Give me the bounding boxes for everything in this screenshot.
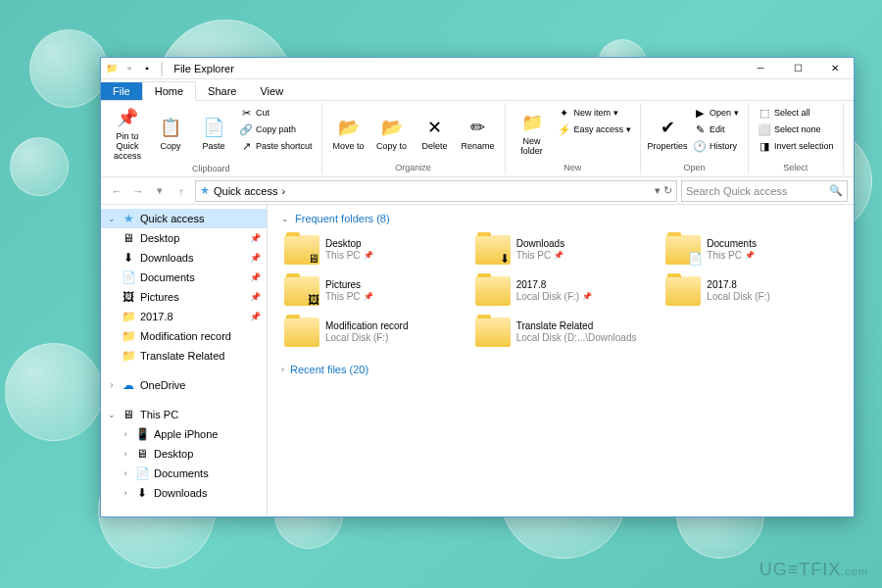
sidebar-item[interactable]: 📁Translate Related bbox=[101, 346, 267, 366]
delete-icon: ✕ bbox=[423, 117, 447, 140]
recent-files-header[interactable]: › Recent files (20) bbox=[281, 364, 840, 375]
watermark: UG≡TFIX.com bbox=[760, 560, 868, 580]
sidebar-item[interactable]: 🖥Desktop📌 bbox=[101, 228, 267, 248]
folder-item[interactable]: ⬇DownloadsThis PC 📌 bbox=[472, 232, 650, 268]
address-input[interactable]: ★ Quick access › ▾ ↻ bbox=[195, 180, 677, 202]
folder-location: Local Disk (F:) 📌 bbox=[516, 291, 592, 303]
pin-icon: 📌 bbox=[116, 107, 139, 130]
history-button[interactable]: 🕐History bbox=[690, 138, 742, 154]
tab-view[interactable]: View bbox=[248, 82, 295, 100]
item-icon: 📁 bbox=[121, 348, 136, 364]
refresh-icon[interactable]: ↻ bbox=[663, 184, 672, 197]
history-icon: 🕐 bbox=[693, 139, 707, 153]
up-button[interactable]: ↑ bbox=[172, 181, 191, 201]
sidebar-item[interactable]: 📁2017.8📌 bbox=[101, 307, 267, 326]
folder-item[interactable]: 📄DocumentsThis PC 📌 bbox=[662, 232, 840, 268]
folder-location: This PC 📌 bbox=[516, 250, 564, 262]
sidebar-item-label: Pictures bbox=[140, 291, 179, 303]
chevron-right-icon: › bbox=[121, 449, 130, 459]
item-icon: 📁 bbox=[121, 309, 136, 324]
select-none-button[interactable]: ⬜Select none bbox=[755, 122, 837, 137]
pin-icon: 📌 bbox=[745, 251, 755, 261]
properties-button[interactable]: ✔Properties bbox=[647, 105, 688, 163]
delete-button[interactable]: ✕Delete bbox=[415, 105, 456, 163]
tab-file[interactable]: File bbox=[101, 82, 142, 100]
sidebar-item-label: Desktop bbox=[140, 232, 179, 244]
sidebar-item[interactable]: ›📄Documents bbox=[101, 464, 267, 483]
cut-button[interactable]: ✂Cut bbox=[236, 105, 316, 121]
search-icon: 🔍 bbox=[829, 184, 843, 197]
folder-name: Desktop bbox=[325, 238, 373, 250]
qat-doc-icon[interactable]: ▫ bbox=[122, 62, 136, 75]
sidebar-quick-access[interactable]: ⌄ ★ Quick access bbox=[101, 209, 267, 228]
folder-item[interactable]: Translate RelatedLocal Disk (D:...\Downl… bbox=[472, 315, 650, 350]
group-label: Organize bbox=[328, 163, 499, 172]
copy-path-button[interactable]: 🔗Copy path bbox=[236, 122, 316, 137]
edit-button[interactable]: ✎Edit bbox=[690, 122, 742, 137]
copy-button[interactable]: 📋Copy bbox=[150, 105, 191, 164]
qat-props-icon[interactable]: ▪ bbox=[140, 62, 154, 75]
sidebar-item[interactable]: 📁Modification record bbox=[101, 326, 267, 346]
easy-access-button[interactable]: ⚡Easy access ▾ bbox=[555, 122, 635, 137]
chevron-right-icon: › bbox=[121, 468, 130, 478]
sidebar-item[interactable]: 📄Documents📌 bbox=[101, 268, 267, 287]
sidebar-item[interactable]: 🖼Pictures📌 bbox=[101, 287, 267, 307]
sidebar-item-label: 2017.8 bbox=[140, 311, 173, 322]
minimize-button[interactable]: ─ bbox=[742, 58, 779, 79]
address-bar: ← → ▾ ↑ ★ Quick access › ▾ ↻ Search Quic… bbox=[101, 177, 854, 205]
cut-icon: ✂ bbox=[239, 106, 253, 120]
folder-name: 2017.8 bbox=[707, 279, 769, 291]
titlebar: 📁 ▫ ▪ | File Explorer ─ ☐ ✕ bbox=[101, 58, 854, 79]
folder-item[interactable]: 🖼PicturesThis PC 📌 bbox=[281, 273, 459, 309]
edit-icon: ✎ bbox=[693, 122, 707, 136]
paste-shortcut-button[interactable]: ↗Paste shortcut bbox=[236, 138, 316, 154]
forward-button[interactable]: → bbox=[128, 181, 148, 201]
sidebar-item[interactable]: ⬇Downloads📌 bbox=[101, 248, 267, 268]
folder-name: Documents bbox=[707, 238, 757, 250]
tab-share[interactable]: Share bbox=[196, 82, 248, 100]
search-placeholder: Search Quick access bbox=[686, 185, 787, 197]
close-button[interactable]: ✕ bbox=[816, 58, 854, 79]
sidebar-item-label: Desktop bbox=[154, 448, 193, 460]
item-icon: 🖼 bbox=[121, 289, 136, 305]
folder-location: Local Disk (F:) bbox=[325, 332, 408, 344]
invert-selection-button[interactable]: ◨Invert selection bbox=[755, 138, 837, 154]
sidebar-item[interactable]: ›⬇Downloads bbox=[101, 483, 267, 503]
select-all-button[interactable]: ⬚Select all bbox=[755, 105, 837, 121]
paste-button[interactable]: 📄Paste bbox=[193, 105, 234, 164]
sidebar-item[interactable]: ›📱Apple iPhone bbox=[101, 424, 267, 444]
pin-icon: 📌 bbox=[250, 312, 261, 321]
search-input[interactable]: Search Quick access 🔍 bbox=[681, 180, 848, 202]
new-folder-button[interactable]: 📁New folder bbox=[512, 105, 553, 163]
folder-item[interactable]: 2017.8Local Disk (F:) 📌 bbox=[472, 273, 650, 309]
move-to-button[interactable]: 📂Move to bbox=[328, 105, 369, 163]
easyaccess-icon: ⚡ bbox=[558, 122, 571, 136]
tab-home[interactable]: Home bbox=[142, 81, 196, 101]
item-icon: ⬇ bbox=[134, 485, 150, 501]
folder-location: This PC 📌 bbox=[325, 250, 373, 262]
recent-dropdown[interactable]: ▾ bbox=[150, 181, 170, 201]
sidebar-onedrive[interactable]: › ☁ OneDrive bbox=[101, 375, 267, 395]
copy-to-button[interactable]: 📂Copy to bbox=[371, 105, 413, 163]
pin-quick-access-button[interactable]: 📌Pin to Quick access bbox=[107, 105, 148, 164]
sidebar-item[interactable]: ›🖥Desktop bbox=[101, 444, 267, 464]
rename-button[interactable]: ✏Rename bbox=[458, 105, 499, 163]
rename-icon: ✏ bbox=[466, 117, 490, 140]
dropdown-icon[interactable]: ▾ bbox=[655, 184, 661, 197]
newfolder-icon: 📁 bbox=[520, 112, 544, 135]
folder-item[interactable]: 2017.8Local Disk (F:) bbox=[662, 273, 840, 309]
frequent-folders-header[interactable]: ⌄ Frequent folders (8) bbox=[281, 213, 840, 224]
maximize-button[interactable]: ☐ bbox=[779, 58, 816, 79]
group-label: Select bbox=[755, 163, 837, 172]
folder-icon bbox=[665, 276, 701, 306]
folder-item[interactable]: Modification recordLocal Disk (F:) bbox=[281, 315, 459, 350]
folder-icon: 📄 bbox=[665, 235, 701, 265]
folder-item[interactable]: 🖥DesktopThis PC 📌 bbox=[281, 232, 459, 268]
back-button[interactable]: ← bbox=[107, 181, 126, 201]
new-item-button[interactable]: ✦New item ▾ bbox=[555, 105, 635, 121]
pin-icon: 📌 bbox=[250, 292, 261, 302]
open-button[interactable]: ▶Open ▾ bbox=[690, 105, 742, 121]
chevron-down-icon: ⌄ bbox=[107, 410, 117, 419]
moveto-icon: 📂 bbox=[337, 117, 361, 140]
sidebar-this-pc[interactable]: ⌄ 🖥 This PC bbox=[101, 405, 267, 424]
